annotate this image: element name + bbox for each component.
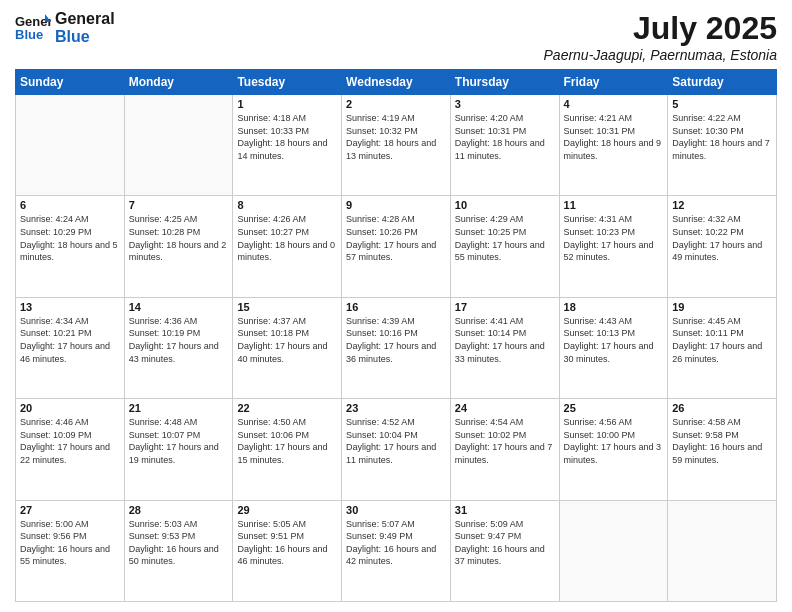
logo-blue: Blue <box>55 28 115 46</box>
calendar-cell: 8Sunrise: 4:26 AMSunset: 10:27 PMDayligh… <box>233 196 342 297</box>
location-subtitle: Paernu-Jaagupi, Paernumaa, Estonia <box>544 47 777 63</box>
calendar-cell: 22Sunrise: 4:50 AMSunset: 10:06 PMDaylig… <box>233 399 342 500</box>
day-number: 7 <box>129 199 229 211</box>
day-number: 12 <box>672 199 772 211</box>
calendar-week-row: 13Sunrise: 4:34 AMSunset: 10:21 PMDaylig… <box>16 297 777 398</box>
calendar-cell: 24Sunrise: 4:54 AMSunset: 10:02 PMDaylig… <box>450 399 559 500</box>
weekday-header-saturday: Saturday <box>668 70 777 95</box>
calendar-cell: 26Sunrise: 4:58 AMSunset: 9:58 PMDayligh… <box>668 399 777 500</box>
day-info: Sunrise: 5:00 AMSunset: 9:56 PMDaylight:… <box>20 518 120 568</box>
day-info: Sunrise: 4:26 AMSunset: 10:27 PMDaylight… <box>237 213 337 263</box>
calendar-week-row: 6Sunrise: 4:24 AMSunset: 10:29 PMDayligh… <box>16 196 777 297</box>
day-info: Sunrise: 4:20 AMSunset: 10:31 PMDaylight… <box>455 112 555 162</box>
day-info: Sunrise: 5:09 AMSunset: 9:47 PMDaylight:… <box>455 518 555 568</box>
day-number: 9 <box>346 199 446 211</box>
day-number: 21 <box>129 402 229 414</box>
day-number: 16 <box>346 301 446 313</box>
page: General Blue General Blue July 2025 Paer… <box>0 0 792 612</box>
day-number: 31 <box>455 504 555 516</box>
day-number: 6 <box>20 199 120 211</box>
day-info: Sunrise: 5:03 AMSunset: 9:53 PMDaylight:… <box>129 518 229 568</box>
day-number: 22 <box>237 402 337 414</box>
day-info: Sunrise: 4:19 AMSunset: 10:32 PMDaylight… <box>346 112 446 162</box>
day-info: Sunrise: 4:48 AMSunset: 10:07 PMDaylight… <box>129 416 229 466</box>
day-info: Sunrise: 4:37 AMSunset: 10:18 PMDaylight… <box>237 315 337 365</box>
calendar-cell: 30Sunrise: 5:07 AMSunset: 9:49 PMDayligh… <box>342 500 451 601</box>
calendar-cell: 10Sunrise: 4:29 AMSunset: 10:25 PMDaylig… <box>450 196 559 297</box>
calendar-cell <box>16 95 125 196</box>
day-info: Sunrise: 4:36 AMSunset: 10:19 PMDaylight… <box>129 315 229 365</box>
day-number: 23 <box>346 402 446 414</box>
calendar-week-row: 27Sunrise: 5:00 AMSunset: 9:56 PMDayligh… <box>16 500 777 601</box>
day-info: Sunrise: 4:43 AMSunset: 10:13 PMDaylight… <box>564 315 664 365</box>
logo-area: General Blue General Blue <box>15 10 115 47</box>
calendar-cell: 20Sunrise: 4:46 AMSunset: 10:09 PMDaylig… <box>16 399 125 500</box>
calendar-cell: 2Sunrise: 4:19 AMSunset: 10:32 PMDayligh… <box>342 95 451 196</box>
day-info: Sunrise: 5:05 AMSunset: 9:51 PMDaylight:… <box>237 518 337 568</box>
calendar-cell: 23Sunrise: 4:52 AMSunset: 10:04 PMDaylig… <box>342 399 451 500</box>
weekday-header-tuesday: Tuesday <box>233 70 342 95</box>
weekday-header-friday: Friday <box>559 70 668 95</box>
day-number: 27 <box>20 504 120 516</box>
calendar-cell: 16Sunrise: 4:39 AMSunset: 10:16 PMDaylig… <box>342 297 451 398</box>
calendar-cell: 3Sunrise: 4:20 AMSunset: 10:31 PMDayligh… <box>450 95 559 196</box>
calendar-cell: 13Sunrise: 4:34 AMSunset: 10:21 PMDaylig… <box>16 297 125 398</box>
day-number: 20 <box>20 402 120 414</box>
day-number: 18 <box>564 301 664 313</box>
calendar-cell: 25Sunrise: 4:56 AMSunset: 10:00 PMDaylig… <box>559 399 668 500</box>
day-info: Sunrise: 4:46 AMSunset: 10:09 PMDaylight… <box>20 416 120 466</box>
day-number: 26 <box>672 402 772 414</box>
calendar-cell: 28Sunrise: 5:03 AMSunset: 9:53 PMDayligh… <box>124 500 233 601</box>
calendar-cell: 17Sunrise: 4:41 AMSunset: 10:14 PMDaylig… <box>450 297 559 398</box>
title-area: July 2025 Paernu-Jaagupi, Paernumaa, Est… <box>544 10 777 63</box>
day-number: 4 <box>564 98 664 110</box>
day-info: Sunrise: 4:29 AMSunset: 10:25 PMDaylight… <box>455 213 555 263</box>
day-number: 11 <box>564 199 664 211</box>
day-number: 14 <box>129 301 229 313</box>
generalblue-logo-icon: General Blue <box>15 12 51 44</box>
svg-text:Blue: Blue <box>15 27 43 42</box>
calendar-table: SundayMondayTuesdayWednesdayThursdayFrid… <box>15 69 777 602</box>
calendar-cell: 27Sunrise: 5:00 AMSunset: 9:56 PMDayligh… <box>16 500 125 601</box>
day-info: Sunrise: 4:25 AMSunset: 10:28 PMDaylight… <box>129 213 229 263</box>
calendar-cell: 11Sunrise: 4:31 AMSunset: 10:23 PMDaylig… <box>559 196 668 297</box>
day-info: Sunrise: 4:52 AMSunset: 10:04 PMDaylight… <box>346 416 446 466</box>
calendar-week-row: 1Sunrise: 4:18 AMSunset: 10:33 PMDayligh… <box>16 95 777 196</box>
day-number: 29 <box>237 504 337 516</box>
day-info: Sunrise: 4:56 AMSunset: 10:00 PMDaylight… <box>564 416 664 466</box>
calendar-cell: 5Sunrise: 4:22 AMSunset: 10:30 PMDayligh… <box>668 95 777 196</box>
day-info: Sunrise: 4:58 AMSunset: 9:58 PMDaylight:… <box>672 416 772 466</box>
calendar-cell: 19Sunrise: 4:45 AMSunset: 10:11 PMDaylig… <box>668 297 777 398</box>
day-number: 30 <box>346 504 446 516</box>
day-number: 13 <box>20 301 120 313</box>
calendar-cell: 6Sunrise: 4:24 AMSunset: 10:29 PMDayligh… <box>16 196 125 297</box>
weekday-header-sunday: Sunday <box>16 70 125 95</box>
calendar-cell: 1Sunrise: 4:18 AMSunset: 10:33 PMDayligh… <box>233 95 342 196</box>
day-number: 28 <box>129 504 229 516</box>
day-number: 3 <box>455 98 555 110</box>
calendar-cell: 21Sunrise: 4:48 AMSunset: 10:07 PMDaylig… <box>124 399 233 500</box>
day-number: 8 <box>237 199 337 211</box>
calendar-cell: 31Sunrise: 5:09 AMSunset: 9:47 PMDayligh… <box>450 500 559 601</box>
day-number: 17 <box>455 301 555 313</box>
weekday-header-row: SundayMondayTuesdayWednesdayThursdayFrid… <box>16 70 777 95</box>
day-info: Sunrise: 4:34 AMSunset: 10:21 PMDaylight… <box>20 315 120 365</box>
day-info: Sunrise: 4:22 AMSunset: 10:30 PMDaylight… <box>672 112 772 162</box>
day-number: 5 <box>672 98 772 110</box>
day-info: Sunrise: 4:41 AMSunset: 10:14 PMDaylight… <box>455 315 555 365</box>
calendar-cell: 15Sunrise: 4:37 AMSunset: 10:18 PMDaylig… <box>233 297 342 398</box>
day-number: 15 <box>237 301 337 313</box>
day-info: Sunrise: 4:50 AMSunset: 10:06 PMDaylight… <box>237 416 337 466</box>
calendar-cell: 14Sunrise: 4:36 AMSunset: 10:19 PMDaylig… <box>124 297 233 398</box>
calendar-cell: 29Sunrise: 5:05 AMSunset: 9:51 PMDayligh… <box>233 500 342 601</box>
calendar-cell: 18Sunrise: 4:43 AMSunset: 10:13 PMDaylig… <box>559 297 668 398</box>
day-info: Sunrise: 4:18 AMSunset: 10:33 PMDaylight… <box>237 112 337 162</box>
day-info: Sunrise: 4:32 AMSunset: 10:22 PMDaylight… <box>672 213 772 263</box>
calendar-cell: 7Sunrise: 4:25 AMSunset: 10:28 PMDayligh… <box>124 196 233 297</box>
calendar-cell <box>124 95 233 196</box>
month-year-title: July 2025 <box>544 10 777 47</box>
calendar-week-row: 20Sunrise: 4:46 AMSunset: 10:09 PMDaylig… <box>16 399 777 500</box>
logo-general: General <box>55 10 115 28</box>
calendar-cell: 12Sunrise: 4:32 AMSunset: 10:22 PMDaylig… <box>668 196 777 297</box>
calendar-cell: 4Sunrise: 4:21 AMSunset: 10:31 PMDayligh… <box>559 95 668 196</box>
